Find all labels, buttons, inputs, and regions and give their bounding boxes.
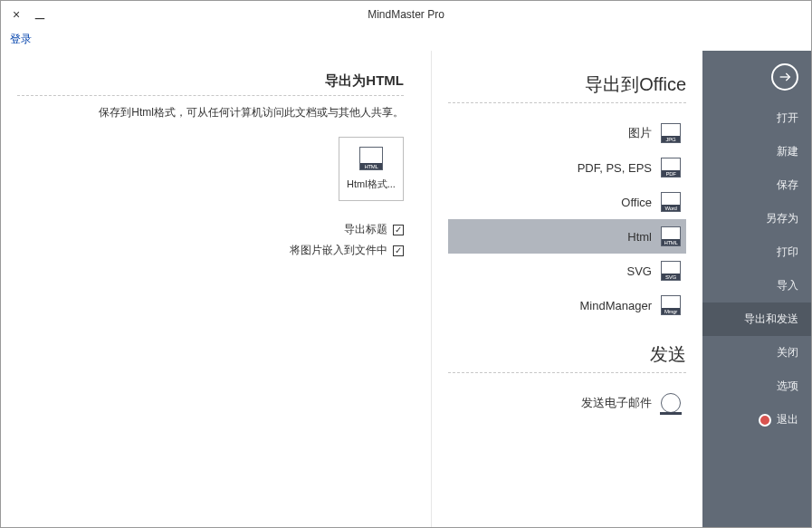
sidebar-item-options[interactable]: 选项 [702,370,811,403]
checkbox-export-title[interactable]: ✓导出标题 [17,219,404,240]
sidebar-item-saveas[interactable]: 另存为 [702,202,811,235]
detail-title: 导出为HTML [17,72,404,96]
email-icon [661,393,681,413]
titlebar: × _ MindMaster Pro [1,1,811,28]
word-icon: Word [661,192,681,212]
export-image[interactable]: JPG图片 [448,116,686,150]
export-html[interactable]: HTMLHtml [448,219,686,254]
jpg-icon: JPG [661,123,681,143]
app-title: MindMaster Pro [368,8,444,21]
minimize-icon[interactable]: _ [33,1,46,20]
html-format-button[interactable]: HTML Html格式... [339,137,404,201]
checkbox-icon: ✓ [393,245,404,256]
html-icon: HTML [661,226,681,246]
checkbox-embed-images[interactable]: ✓将图片嵌入到文件中 [17,240,404,261]
sidebar-item-exit[interactable]: 退出 [702,403,811,437]
section-title-send: 发送 [448,342,686,373]
export-pdf[interactable]: PDFPDF, PS, EPS [448,150,686,185]
html-format-icon: HTML [359,147,383,170]
sidebar-item-new[interactable]: 新建 [702,135,811,168]
sidebar-item-open[interactable]: 打开 [702,101,811,135]
svg-icon: SVG [661,261,681,281]
exit-icon [759,414,771,427]
detail-panel: 导出为HTML 保存到Html格式，可从任何计算机访问此文档或与其他人共享。 H… [1,51,431,528]
export-office[interactable]: WordOffice [448,185,686,219]
sidebar: 打开 新建 保存 另存为 打印 导入 导出和发送 关闭 选项 退出 [702,51,811,528]
back-arrow-icon[interactable] [771,63,798,91]
sidebar-item-import[interactable]: 导入 [702,269,811,302]
close-icon[interactable]: × [10,7,23,22]
sidebar-item-close[interactable]: 关闭 [702,336,811,370]
export-email[interactable]: 发送电子邮件 [448,386,686,420]
export-mindmanager[interactable]: MmgrMindManager [448,288,686,322]
detail-description: 保存到Html格式，可从任何计算机访问此文档或与其他人共享。 [17,105,404,120]
export-panel: 导出到Office JPG图片 PDFPDF, PS, EPS WordOffi… [431,51,702,528]
section-title-office: 导出到Office [448,72,686,103]
checkbox-icon: ✓ [393,225,404,235]
pdf-icon: PDF [661,158,681,178]
export-svg[interactable]: SVGSVG [448,254,686,288]
sidebar-item-print[interactable]: 打印 [702,235,811,269]
sidebar-item-export[interactable]: 导出和发送 [702,302,811,336]
sidebar-item-save[interactable]: 保存 [702,168,811,202]
login-link[interactable]: 登录 [1,28,811,51]
mindmanager-icon: Mmgr [661,295,681,315]
